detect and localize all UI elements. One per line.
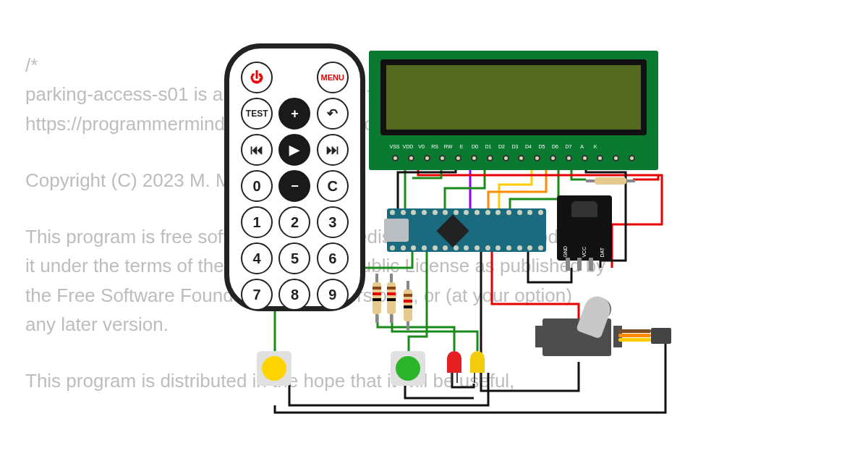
resistor-lcd-backlight <box>595 177 626 185</box>
led-red <box>447 351 461 373</box>
ir-pin-label: DAT <box>599 246 607 258</box>
remote-9-button[interactable]: 9 <box>317 279 349 311</box>
nano-mcu-chip <box>436 214 469 247</box>
remote-2-button[interactable]: 2 <box>278 206 310 238</box>
servo-wires <box>618 329 651 342</box>
servo-connector <box>651 328 671 344</box>
push-button-yellow[interactable] <box>257 351 292 386</box>
code-line: any later version. <box>25 313 169 335</box>
remote-8-button[interactable]: 8 <box>278 279 310 311</box>
resistor-3 <box>404 290 412 321</box>
ir-pin-label: GND <box>562 246 570 258</box>
led-yellow <box>470 351 485 373</box>
nano-pins-bottom <box>390 245 543 250</box>
remote-c-button[interactable]: C <box>317 170 349 202</box>
remote-prev-button[interactable]: ⏮ <box>241 134 273 166</box>
lcd-16x2: VSSVDDV0RS RWED0D1 D2D3D4D5 D6D7AK <box>369 51 658 170</box>
remote-next-button[interactable]: ⏭ <box>317 134 349 166</box>
remote-test-button[interactable]: TEST <box>241 98 273 130</box>
nano-pins-top <box>390 210 543 215</box>
servo-motor <box>535 311 622 362</box>
lcd-screen <box>380 59 647 135</box>
circuit-diagram: ⏻ MENU TEST + ↶ ⏮ ▶ ⏭ 0 − C 1 2 3 4 5 6 <box>224 43 673 434</box>
remote-5-button[interactable]: 5 <box>278 242 310 274</box>
remote-4-button[interactable]: 4 <box>241 242 273 274</box>
remote-play-button[interactable]: ▶ <box>278 134 310 166</box>
remote-back-button[interactable]: ↶ <box>317 98 349 130</box>
remote-plus-button[interactable]: + <box>278 98 310 130</box>
resistor-1 <box>373 282 381 314</box>
remote-0-button[interactable]: 0 <box>241 170 273 202</box>
ir-remote: ⏻ MENU TEST + ↶ ⏮ ▶ ⏭ 0 − C 1 2 3 4 5 6 <box>224 43 365 311</box>
push-button-green[interactable] <box>391 351 425 386</box>
button-cap-icon <box>262 356 286 381</box>
remote-7-button[interactable]: 7 <box>241 279 273 311</box>
lcd-pin-row <box>392 155 635 161</box>
remote-menu-button[interactable]: MENU <box>317 62 349 93</box>
lcd-pin-labels: VSSVDDV0RS RWED0D1 D2D3D4D5 D6D7AK <box>389 143 601 151</box>
arduino-nano <box>387 208 546 252</box>
resistor-2 <box>387 282 396 314</box>
nano-usb-port <box>384 219 409 242</box>
remote-3-button[interactable]: 3 <box>317 206 349 238</box>
remote-1-button[interactable]: 1 <box>241 206 273 238</box>
ir-receiver-module: GND VCC DAT <box>557 195 612 261</box>
remote-minus-button[interactable]: − <box>278 170 310 202</box>
ir-pins <box>566 258 593 271</box>
ir-sensor-dome <box>571 201 597 217</box>
remote-power-button[interactable]: ⏻ <box>241 62 273 93</box>
ir-pin-label: VCC <box>581 246 589 258</box>
button-cap-icon <box>396 356 420 381</box>
remote-6-button[interactable]: 6 <box>317 242 349 274</box>
